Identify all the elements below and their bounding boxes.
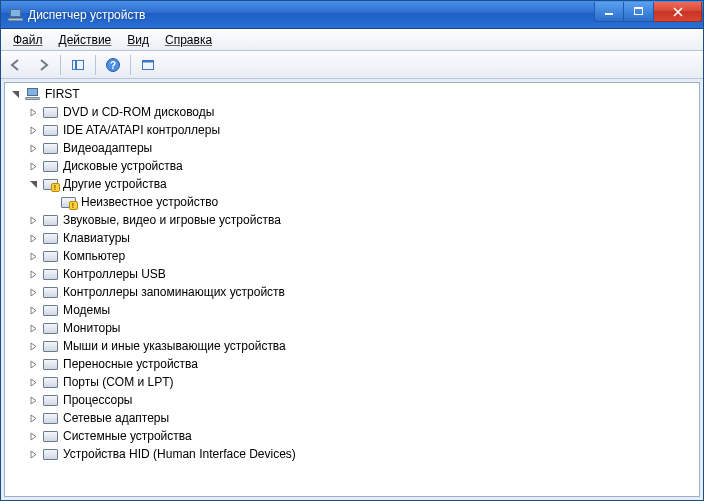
tree-category[interactable]: Порты (COM и LPT) — [5, 373, 699, 391]
computer-icon — [24, 86, 40, 102]
close-button[interactable] — [654, 2, 702, 22]
menu-action[interactable]: Действие — [51, 31, 120, 49]
help-button[interactable]: ? — [101, 53, 125, 77]
window-title: Диспетчер устройств — [28, 8, 594, 22]
tree-node-label: Системные устройства — [61, 428, 194, 444]
device-category-icon — [42, 356, 58, 372]
tree-category[interactable]: DVD и CD-ROM дисководы — [5, 103, 699, 121]
device-category-icon — [42, 446, 58, 462]
expand-icon[interactable] — [25, 140, 41, 156]
tree-category[interactable]: Модемы — [5, 301, 699, 319]
tree-category[interactable]: Звуковые, видео и игровые устройства — [5, 211, 699, 229]
expand-icon[interactable] — [25, 248, 41, 264]
back-button[interactable] — [5, 53, 29, 77]
tree-node-label: Звуковые, видео и игровые устройства — [61, 212, 283, 228]
app-icon — [7, 7, 23, 23]
tree-node-label: Мониторы — [61, 320, 122, 336]
tree-node-label: Модемы — [61, 302, 112, 318]
expand-icon[interactable] — [25, 284, 41, 300]
scan-hardware-button[interactable] — [136, 53, 160, 77]
device-category-icon — [42, 104, 58, 120]
device-category-icon — [42, 122, 58, 138]
tree-category[interactable]: Мыши и иные указывающие устройства — [5, 337, 699, 355]
expand-icon[interactable] — [25, 374, 41, 390]
svg-rect-2 — [634, 7, 643, 9]
expand-icon[interactable] — [25, 266, 41, 282]
device-category-icon — [42, 302, 58, 318]
device-category-icon — [42, 248, 58, 264]
expand-icon[interactable] — [25, 392, 41, 408]
expand-icon[interactable] — [25, 230, 41, 246]
expand-icon[interactable] — [25, 320, 41, 336]
device-category-icon — [42, 140, 58, 156]
menu-help[interactable]: Справка — [157, 31, 220, 49]
svg-rect-4 — [75, 60, 77, 69]
tree-category[interactable]: Системные устройства — [5, 427, 699, 445]
device-category-icon — [42, 428, 58, 444]
tree-node-label: DVD и CD-ROM дисководы — [61, 104, 216, 120]
toolbar-separator — [130, 55, 131, 75]
tree-node-label: Другие устройства — [61, 176, 169, 192]
device-category-icon — [42, 338, 58, 354]
menu-view[interactable]: Вид — [119, 31, 157, 49]
device-category-icon — [42, 284, 58, 300]
expand-icon[interactable] — [25, 104, 41, 120]
tree-node-label: Неизвестное устройство — [79, 194, 220, 210]
expand-icon[interactable] — [25, 122, 41, 138]
unknown-device-icon: ! — [60, 194, 76, 210]
expand-icon[interactable] — [25, 356, 41, 372]
tree-node-label: IDE ATA/ATAPI контроллеры — [61, 122, 222, 138]
tree-node-label: Порты (COM и LPT) — [61, 374, 176, 390]
tree-device[interactable]: !Неизвестное устройство — [5, 193, 699, 211]
expand-icon[interactable] — [25, 428, 41, 444]
tree-category[interactable]: Контроллеры запоминающих устройств — [5, 283, 699, 301]
tree-node-label: Клавиатуры — [61, 230, 132, 246]
tree-category[interactable]: Видеоадаптеры — [5, 139, 699, 157]
collapse-icon[interactable] — [7, 86, 23, 102]
device-tree-panel[interactable]: FIRSTDVD и CD-ROM дисководыIDE ATA/ATAPI… — [4, 82, 700, 497]
tree-category[interactable]: Мониторы — [5, 319, 699, 337]
tree-node-label: Процессоры — [61, 392, 135, 408]
tree-category[interactable]: IDE ATA/ATAPI контроллеры — [5, 121, 699, 139]
expand-icon[interactable] — [25, 212, 41, 228]
tree-category[interactable]: !Другие устройства — [5, 175, 699, 193]
tree-category[interactable]: Процессоры — [5, 391, 699, 409]
device-tree: FIRSTDVD и CD-ROM дисководыIDE ATA/ATAPI… — [5, 85, 699, 463]
expand-icon[interactable] — [25, 158, 41, 174]
device-manager-window: Диспетчер устройств Файл Действие Вид Сп… — [0, 0, 704, 501]
collapse-icon[interactable] — [25, 176, 41, 192]
tree-category[interactable]: Клавиатуры — [5, 229, 699, 247]
tree-node-label: Видеоадаптеры — [61, 140, 154, 156]
device-category-icon — [42, 158, 58, 174]
expand-icon[interactable] — [25, 446, 41, 462]
expand-icon[interactable] — [25, 338, 41, 354]
tree-category[interactable]: Устройства HID (Human Interface Devices) — [5, 445, 699, 463]
toolbar: ? — [1, 51, 703, 79]
minimize-button[interactable] — [594, 2, 624, 22]
device-category-icon — [42, 320, 58, 336]
tree-category[interactable]: Контроллеры USB — [5, 265, 699, 283]
forward-button[interactable] — [31, 53, 55, 77]
svg-text:?: ? — [110, 60, 116, 71]
maximize-button[interactable] — [624, 2, 654, 22]
svg-rect-3 — [73, 60, 84, 69]
content-frame: FIRSTDVD и CD-ROM дисководыIDE ATA/ATAPI… — [1, 79, 703, 500]
toolbar-separator — [95, 55, 96, 75]
tree-category[interactable]: Сетевые адаптеры — [5, 409, 699, 427]
tree-node-label: FIRST — [43, 86, 82, 102]
tree-node-label: Дисковые устройства — [61, 158, 185, 174]
tree-category[interactable]: Компьютер — [5, 247, 699, 265]
menu-file[interactable]: Файл — [5, 31, 51, 49]
show-hidden-button[interactable] — [66, 53, 90, 77]
tree-node-label: Переносные устройства — [61, 356, 200, 372]
tree-root[interactable]: FIRST — [5, 85, 699, 103]
tree-category[interactable]: Переносные устройства — [5, 355, 699, 373]
expand-icon[interactable] — [25, 302, 41, 318]
expand-icon[interactable] — [25, 410, 41, 426]
titlebar[interactable]: Диспетчер устройств — [1, 1, 703, 29]
tree-node-label: Мыши и иные указывающие устройства — [61, 338, 288, 354]
tree-node-label: Сетевые адаптеры — [61, 410, 171, 426]
tree-category[interactable]: Дисковые устройства — [5, 157, 699, 175]
tree-node-label: Устройства HID (Human Interface Devices) — [61, 446, 298, 462]
device-category-icon — [42, 230, 58, 246]
